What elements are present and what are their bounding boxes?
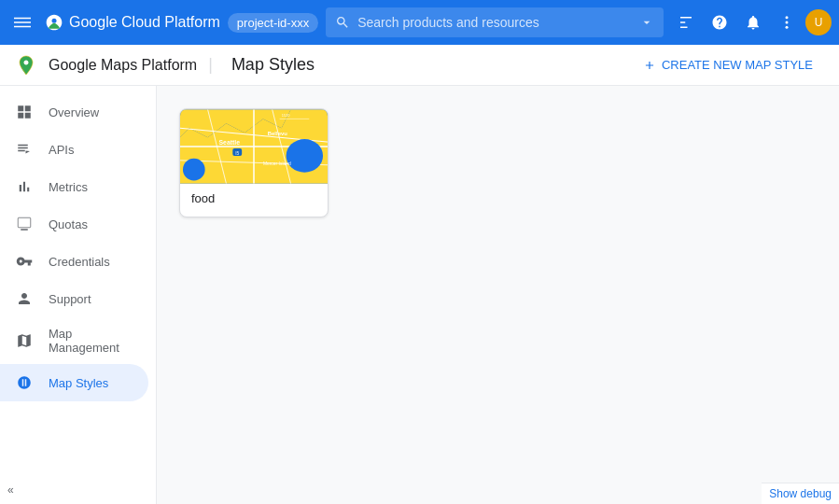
svg-point-18: [183, 159, 205, 181]
notifications-icon[interactable]: [671, 7, 701, 37]
map-style-name-food: food: [180, 184, 328, 217]
svg-text:1520: 1520: [282, 113, 291, 118]
map-preview-svg: Seattle Bellevu Mercer Island I5 1520: [180, 109, 328, 184]
collapse-sidebar-button[interactable]: «: [0, 476, 156, 504]
svg-point-5: [786, 21, 789, 24]
sidebar-item-credentials[interactable]: Credentials: [0, 243, 148, 280]
brand-name: Google Cloud Platform: [69, 14, 220, 31]
help-icon[interactable]: [705, 7, 734, 37]
show-debug-button[interactable]: Show debug: [762, 483, 839, 504]
create-new-map-style-button[interactable]: CREATE NEW MAP STYLE: [632, 52, 824, 77]
map-styles-icon: [15, 373, 34, 392]
search-icon: [335, 15, 350, 30]
account-chip[interactable]: project-id-xxx: [228, 13, 318, 33]
layout: Overview APIs Metrics Quotas: [0, 86, 839, 504]
sidebar-item-metrics[interactable]: Metrics: [0, 168, 148, 205]
svg-point-3: [52, 19, 57, 23]
support-icon: [15, 289, 34, 308]
menu-icon[interactable]: [7, 7, 37, 37]
svg-text:Seattle: Seattle: [218, 139, 240, 146]
svg-point-17: [287, 139, 324, 173]
sidebar-label-overview: Overview: [49, 105, 99, 119]
sidebar-item-support[interactable]: Support: [0, 280, 148, 317]
quotas-icon: [15, 215, 34, 233]
divider: |: [208, 55, 213, 75]
sidebar-item-overview[interactable]: Overview: [0, 93, 148, 131]
sub-header: Google Maps Platform | Map Styles CREATE…: [0, 45, 839, 86]
sidebar-label-support: Support: [49, 292, 91, 306]
sidebar-label-map-management: Map Management: [49, 327, 133, 355]
svg-text:Bellevu: Bellevu: [268, 131, 287, 136]
metrics-icon: [15, 177, 34, 196]
sidebar-label-apis: APIs: [49, 143, 74, 157]
svg-rect-0: [14, 18, 31, 20]
svg-point-6: [786, 26, 789, 29]
maps-logo: [15, 54, 37, 77]
credentials-icon: [15, 252, 34, 271]
sidebar-item-quotas[interactable]: Quotas: [0, 205, 148, 243]
map-management-icon: [15, 331, 34, 350]
sidebar-label-quotas: Quotas: [49, 217, 88, 231]
map-style-card-food[interactable]: Seattle Bellevu Mercer Island I5 1520 fo…: [179, 108, 329, 217]
style-cards-container: Seattle Bellevu Mercer Island I5 1520 fo…: [179, 108, 817, 217]
sidebar-label-map-styles: Map Styles: [49, 376, 108, 390]
svg-rect-2: [14, 26, 31, 28]
search-bar: [326, 7, 664, 37]
svg-text:I5: I5: [235, 151, 239, 156]
sidebar-item-map-styles[interactable]: Map Styles: [0, 364, 148, 401]
overview-icon: [15, 103, 34, 121]
map-preview-food: Seattle Bellevu Mercer Island I5 1520: [180, 109, 328, 184]
main-content: Seattle Bellevu Mercer Island I5 1520 fo…: [157, 86, 839, 504]
sidebar-label-credentials: Credentials: [49, 255, 110, 269]
more-icon[interactable]: [772, 7, 802, 37]
page-title: Map Styles: [231, 55, 315, 75]
sidebar: Overview APIs Metrics Quotas: [0, 86, 157, 504]
search-input[interactable]: [357, 15, 632, 30]
sidebar-item-apis[interactable]: APIs: [0, 131, 148, 168]
svg-point-4: [786, 16, 789, 19]
avatar[interactable]: U: [805, 9, 832, 35]
header-right: U: [671, 7, 832, 37]
brand-logo[interactable]: Google Cloud Platform: [45, 13, 220, 32]
svg-text:Mercer Island: Mercer Island: [263, 161, 291, 166]
sidebar-label-metrics: Metrics: [49, 180, 88, 194]
top-header: Google Cloud Platform project-id-xxx U: [0, 0, 839, 45]
add-icon: [643, 59, 656, 72]
svg-rect-7: [18, 217, 31, 228]
search-dropdown-icon[interactable]: [639, 15, 654, 30]
apis-icon: [15, 140, 34, 159]
sidebar-item-map-management[interactable]: Map Management: [0, 317, 148, 364]
app-name: Google Maps Platform: [49, 57, 197, 74]
svg-rect-1: [14, 21, 31, 23]
alerts-icon[interactable]: [738, 7, 768, 37]
